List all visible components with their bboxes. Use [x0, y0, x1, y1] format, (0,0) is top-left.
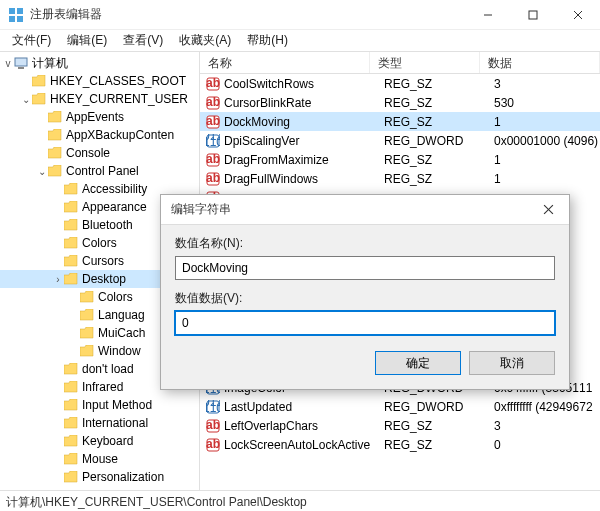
- statusbar: 计算机\HKEY_CURRENT_USER\Control Panel\Desk…: [0, 490, 600, 511]
- svg-text:ab: ab: [206, 172, 220, 185]
- svg-rect-9: [18, 67, 24, 69]
- svg-text:ab: ab: [206, 419, 220, 432]
- tree-item[interactable]: AppXBackupConten: [0, 126, 199, 144]
- svg-rect-2: [9, 16, 15, 22]
- window-title: 注册表编辑器: [30, 6, 465, 23]
- svg-text:ab: ab: [206, 115, 220, 128]
- dialog-buttons: 确定 取消: [175, 351, 555, 375]
- value-data-input[interactable]: [175, 311, 555, 335]
- tree-item[interactable]: Keyboard: [0, 432, 199, 450]
- status-path: 计算机\HKEY_CURRENT_USER\Control Panel\Desk…: [6, 495, 307, 509]
- tree-item[interactable]: Input Method: [0, 396, 199, 414]
- svg-text:ab: ab: [206, 77, 220, 90]
- menu-help[interactable]: 帮助(H): [239, 30, 296, 51]
- tree-item[interactable]: AppEvents: [0, 108, 199, 126]
- edit-string-dialog: 编辑字符串 数值名称(N): 数值数据(V): 确定 取消: [160, 194, 570, 390]
- dialog-body: 数值名称(N): 数值数据(V): 确定 取消: [161, 225, 569, 389]
- tree-item[interactable]: HKEY_CLASSES_ROOT: [0, 72, 199, 90]
- svg-text:ab: ab: [206, 96, 220, 109]
- col-name[interactable]: 名称: [200, 52, 370, 73]
- tree-item[interactable]: Personalization: [0, 468, 199, 486]
- menu-edit[interactable]: 编辑(E): [59, 30, 115, 51]
- maximize-button[interactable]: [510, 0, 555, 30]
- col-data[interactable]: 数据: [480, 52, 600, 73]
- svg-rect-5: [529, 11, 537, 19]
- tree-item[interactable]: Console: [0, 144, 199, 162]
- menubar: 文件(F) 编辑(E) 查看(V) 收藏夹(A) 帮助(H): [0, 30, 600, 52]
- list-row[interactable]: abCoolSwitchRowsREG_SZ3: [200, 74, 600, 93]
- list-row[interactable]: abCursorBlinkRateREG_SZ530: [200, 93, 600, 112]
- tree-item[interactable]: ⌄HKEY_CURRENT_USER: [0, 90, 199, 108]
- svg-text:110: 110: [206, 135, 220, 148]
- window-controls: [465, 0, 600, 30]
- list-row[interactable]: abDockMovingREG_SZ1: [200, 112, 600, 131]
- menu-favorites[interactable]: 收藏夹(A): [171, 30, 239, 51]
- dialog-close-button[interactable]: [527, 195, 569, 225]
- tree-item[interactable]: International: [0, 414, 199, 432]
- dialog-titlebar: 编辑字符串: [161, 195, 569, 225]
- list-row[interactable]: abLeftOverlapCharsREG_SZ3: [200, 416, 600, 435]
- svg-text:110: 110: [206, 401, 220, 414]
- tree-root[interactable]: v计算机: [0, 54, 199, 72]
- value-data-label: 数值数据(V):: [175, 290, 555, 307]
- menu-view[interactable]: 查看(V): [115, 30, 171, 51]
- list-row[interactable]: 011110LastUpdatedREG_DWORD0xffffffff (42…: [200, 397, 600, 416]
- col-type[interactable]: 类型: [370, 52, 480, 73]
- svg-rect-8: [15, 58, 27, 66]
- list-header: 名称 类型 数据: [200, 52, 600, 74]
- ok-button[interactable]: 确定: [375, 351, 461, 375]
- value-name-input[interactable]: [175, 256, 555, 280]
- list-row[interactable]: abDragFromMaximizeREG_SZ1: [200, 150, 600, 169]
- cancel-button[interactable]: 取消: [469, 351, 555, 375]
- tree-item[interactable]: ⌄Control Panel: [0, 162, 199, 180]
- svg-text:ab: ab: [206, 153, 220, 166]
- menu-file[interactable]: 文件(F): [4, 30, 59, 51]
- list-row[interactable]: 011110DpiScalingVerREG_DWORD0x00001000 (…: [200, 131, 600, 150]
- app-icon: [8, 7, 24, 23]
- close-button[interactable]: [555, 0, 600, 30]
- minimize-button[interactable]: [465, 0, 510, 30]
- svg-text:ab: ab: [206, 438, 220, 451]
- svg-rect-3: [17, 16, 23, 22]
- titlebar: 注册表编辑器: [0, 0, 600, 30]
- svg-rect-1: [17, 8, 23, 14]
- svg-rect-0: [9, 8, 15, 14]
- dialog-title: 编辑字符串: [171, 201, 527, 218]
- list-row[interactable]: abLockScreenAutoLockActiveREG_SZ0: [200, 435, 600, 454]
- list-row[interactable]: abDragFullWindowsREG_SZ1: [200, 169, 600, 188]
- value-name-label: 数值名称(N):: [175, 235, 555, 252]
- tree-item[interactable]: Mouse: [0, 450, 199, 468]
